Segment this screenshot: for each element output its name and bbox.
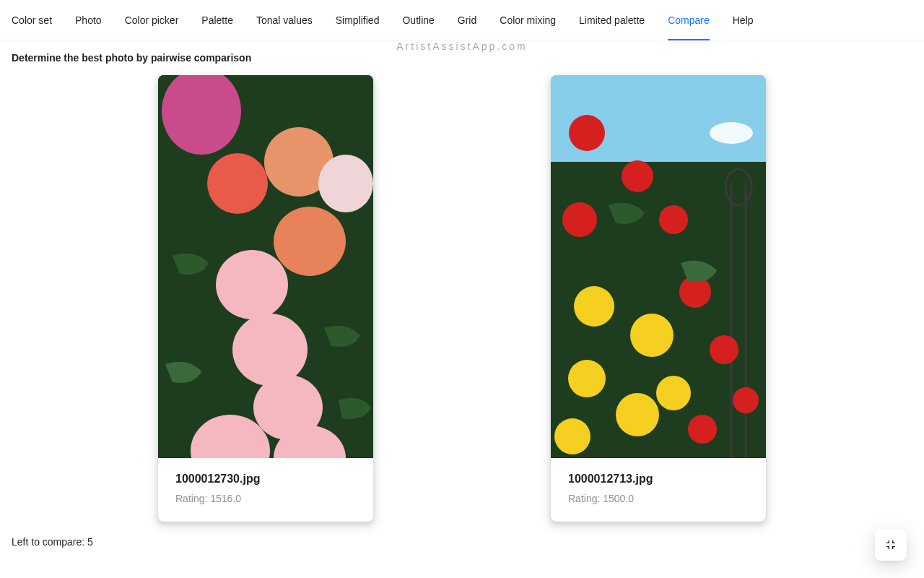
tab-compare[interactable]: Compare	[668, 0, 710, 40]
compare-photo-left	[158, 75, 373, 458]
card-rating-left: Rating: 1516.0	[175, 493, 356, 504]
tab-grid[interactable]: Grid	[458, 0, 476, 40]
svg-point-30	[656, 376, 691, 410]
tab-palette[interactable]: Palette	[201, 0, 233, 40]
card-filename-right: 1000012713.jpg	[568, 473, 749, 486]
svg-point-7	[232, 314, 308, 386]
svg-point-25	[574, 286, 614, 327]
svg-point-26	[630, 314, 674, 357]
tab-color-set[interactable]: Color set	[12, 0, 52, 40]
card-filename-left: 1000012730.jpg	[175, 473, 356, 486]
svg-point-3	[207, 153, 268, 214]
compare-card-right[interactable]: 1000012713.jpg Rating: 1500.0	[551, 75, 766, 522]
svg-point-19	[562, 202, 597, 237]
compare-row: 1000012730.jpg Rating: 1516.0	[12, 75, 912, 522]
svg-point-20	[659, 205, 688, 234]
card-body-left: 1000012730.jpg Rating: 1516.0	[158, 458, 373, 522]
compare-photo-right	[551, 75, 766, 458]
tab-help[interactable]: Help	[733, 0, 754, 40]
left-to-compare-count: Left to compare: 5	[12, 536, 912, 548]
tab-limited-palette[interactable]: Limited palette	[579, 0, 645, 40]
fullscreen-exit-icon	[885, 539, 897, 551]
fullscreen-toggle-button[interactable]	[875, 529, 907, 561]
svg-point-6	[216, 250, 288, 319]
svg-point-24	[688, 415, 717, 444]
tab-tonal-values[interactable]: Tonal values	[256, 0, 313, 40]
tab-color-picker[interactable]: Color picker	[125, 0, 179, 40]
svg-point-5	[318, 155, 373, 212]
card-rating-right: Rating: 1500.0	[568, 493, 749, 504]
compare-card-left[interactable]: 1000012730.jpg Rating: 1516.0	[158, 75, 373, 522]
card-body-right: 1000012713.jpg Rating: 1500.0	[551, 458, 766, 522]
svg-point-22	[710, 335, 738, 364]
tab-color-mixing[interactable]: Color mixing	[500, 0, 556, 40]
svg-point-17	[569, 115, 605, 151]
tab-photo[interactable]: Photo	[75, 0, 102, 40]
svg-point-12	[710, 122, 753, 144]
tab-outline[interactable]: Outline	[402, 0, 434, 40]
content-area: Determine the best photo by pairwise com…	[0, 40, 924, 559]
svg-point-27	[568, 360, 606, 397]
svg-point-4	[274, 207, 346, 276]
svg-point-29	[554, 418, 590, 454]
svg-point-28	[616, 393, 659, 436]
tab-bar: Color setPhotoColor pickerPaletteTonal v…	[0, 0, 924, 40]
svg-point-18	[622, 160, 653, 192]
page-heading: Determine the best photo by pairwise com…	[12, 52, 912, 64]
brand-watermark: ArtistAssistApp.com	[396, 40, 527, 52]
svg-point-23	[733, 387, 759, 413]
tab-simplified[interactable]: Simplified	[336, 0, 380, 40]
